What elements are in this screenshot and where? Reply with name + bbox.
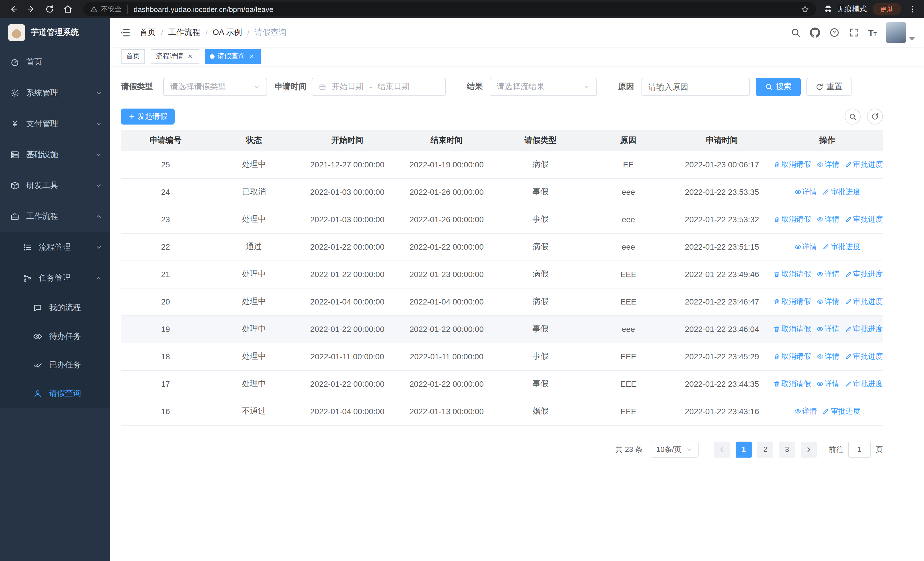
table-row[interactable]: 18 处理中 2022-01-11 00:00:00 2022-01-11 00… bbox=[121, 343, 883, 370]
approval-progress-link[interactable]: 审批进度 bbox=[845, 269, 883, 279]
table-row[interactable]: 25 处理中 2021-12-27 00:00:00 2022-01-19 00… bbox=[121, 151, 883, 178]
page-number-button[interactable]: 3 bbox=[779, 441, 795, 457]
table-row[interactable]: 19 处理中 2022-01-22 00:00:00 2022-01-22 00… bbox=[121, 315, 883, 343]
detail-link[interactable]: 详情 bbox=[817, 296, 840, 307]
create-leave-button[interactable]: 发起请假 bbox=[121, 108, 175, 125]
sidebar-item-todo-tasks[interactable]: 待办任务 bbox=[0, 322, 110, 351]
detail-link[interactable]: 详情 bbox=[794, 242, 817, 252]
detail-link[interactable]: 详情 bbox=[817, 379, 840, 389]
next-page-button[interactable] bbox=[801, 441, 817, 457]
browser-update-button[interactable]: 更新 bbox=[873, 3, 901, 15]
address-bar[interactable]: 不安全 dashboard.yudao.iocoder.cn/bpm/oa/le… bbox=[83, 2, 816, 16]
cell-leave-type: 病假 bbox=[496, 151, 584, 178]
approval-progress-link[interactable]: 审批进度 bbox=[845, 324, 883, 334]
trash-icon bbox=[773, 353, 780, 360]
user-avatar[interactable] bbox=[886, 22, 906, 43]
page-number-button[interactable]: 2 bbox=[758, 441, 773, 457]
table-row[interactable]: 20 处理中 2022-01-04 00:00:00 2022-01-04 00… bbox=[121, 288, 883, 315]
cancel-leave-link[interactable]: 取消请假 bbox=[773, 296, 811, 307]
approval-progress-link[interactable]: 审批进度 bbox=[845, 351, 883, 362]
sidebar-item-infrastructure[interactable]: 基础设施 bbox=[0, 139, 110, 170]
sidebar-item-payment[interactable]: 支付管理 bbox=[0, 108, 110, 139]
table-row[interactable]: 21 处理中 2022-01-22 00:00:00 2022-01-23 00… bbox=[121, 260, 883, 288]
refresh-table-button[interactable] bbox=[867, 108, 883, 125]
cancel-leave-link[interactable]: 取消请假 bbox=[773, 324, 811, 334]
table-row[interactable]: 23 处理中 2022-01-03 00:00:00 2022-01-26 00… bbox=[121, 206, 883, 233]
cancel-leave-link[interactable]: 取消请假 bbox=[773, 351, 811, 362]
sidebar-collapse-button[interactable] bbox=[119, 27, 131, 38]
sidebar-item-task-management[interactable]: 任务管理 bbox=[0, 263, 110, 294]
apply-time-range-picker[interactable]: 开始日期 - 结束日期 bbox=[312, 78, 446, 96]
branch-icon bbox=[23, 274, 32, 283]
browser-refresh-button[interactable] bbox=[42, 2, 57, 17]
breadcrumb-workflow[interactable]: 工作流程 bbox=[168, 27, 200, 38]
table-row[interactable]: 16 不通过 2022-01-04 00:00:00 2022-01-13 00… bbox=[121, 398, 883, 425]
browser-forward-button[interactable] bbox=[24, 2, 39, 17]
svg-text:?: ? bbox=[833, 30, 836, 35]
breadcrumb-oa-example[interactable]: OA 示例 bbox=[213, 27, 242, 38]
tab-process-detail[interactable]: 流程详情 × bbox=[151, 49, 199, 64]
user-menu[interactable] bbox=[886, 22, 915, 43]
detail-link[interactable]: 详情 bbox=[817, 159, 840, 170]
tab-leave-query[interactable]: 请假查询 × bbox=[205, 49, 261, 64]
browser-home-button[interactable] bbox=[60, 2, 75, 17]
detail-link[interactable]: 详情 bbox=[794, 187, 817, 197]
sidebar-item-workflow[interactable]: 工作流程 bbox=[0, 201, 110, 232]
detail-link[interactable]: 详情 bbox=[817, 351, 840, 362]
security-chip[interactable]: 不安全 bbox=[90, 4, 128, 14]
cancel-leave-link[interactable]: 取消请假 bbox=[773, 214, 811, 224]
fullscreen-button[interactable] bbox=[849, 27, 859, 38]
approval-progress-link[interactable]: 审批进度 bbox=[845, 379, 883, 389]
approval-progress-link[interactable]: 审批进度 bbox=[845, 296, 883, 307]
tab-home[interactable]: 首页 bbox=[121, 49, 145, 64]
cell-operations: 取消请假 详情 审批进度 bbox=[772, 206, 883, 233]
sidebar-item-devtools[interactable]: 研发工具 bbox=[0, 170, 110, 201]
bookmark-star-button[interactable] bbox=[801, 5, 809, 14]
reset-button[interactable]: 重置 bbox=[806, 78, 852, 96]
page-goto-input[interactable] bbox=[848, 441, 871, 457]
search-button[interactable]: 搜索 bbox=[756, 78, 801, 96]
browser-back-button[interactable] bbox=[6, 2, 21, 17]
cell-apply-time: 2022-01-22 23:53:35 bbox=[672, 178, 772, 206]
sidebar-item-leave-query[interactable]: 请假查询 bbox=[0, 379, 110, 408]
reason-input[interactable] bbox=[642, 78, 750, 96]
sidebar-item-system[interactable]: 系统管理 bbox=[0, 78, 110, 108]
font-size-button[interactable]: TT bbox=[868, 28, 877, 37]
breadcrumb-current: 请假查询 bbox=[255, 27, 286, 38]
browser-menu-button[interactable] bbox=[907, 5, 918, 14]
page-number-button[interactable]: 1 bbox=[736, 441, 752, 457]
table-row[interactable]: 17 处理中 2022-01-22 00:00:00 2022-01-22 00… bbox=[121, 370, 883, 398]
approval-progress-link[interactable]: 审批进度 bbox=[823, 187, 860, 197]
header-search-button[interactable] bbox=[791, 27, 801, 38]
cancel-leave-link[interactable]: 取消请假 bbox=[773, 269, 811, 279]
approval-progress-link[interactable]: 审批进度 bbox=[823, 406, 860, 417]
app-logo[interactable]: 芋道管理系统 bbox=[0, 18, 110, 47]
sidebar-item-home[interactable]: 首页 bbox=[0, 47, 110, 78]
help-button[interactable]: ? bbox=[830, 27, 840, 38]
tab-close-icon[interactable]: × bbox=[248, 52, 256, 60]
table-row[interactable]: 24 已取消 2022-01-03 00:00:00 2022-01-26 00… bbox=[121, 178, 883, 206]
toggle-search-button[interactable] bbox=[844, 108, 861, 125]
detail-link[interactable]: 详情 bbox=[817, 214, 840, 224]
detail-link[interactable]: 详情 bbox=[817, 269, 840, 279]
sidebar-item-done-tasks[interactable]: 已办任务 bbox=[0, 351, 110, 379]
page-size-select[interactable]: 10条/页 bbox=[651, 441, 699, 457]
detail-link[interactable]: 详情 bbox=[794, 406, 817, 417]
cancel-leave-link[interactable]: 取消请假 bbox=[773, 159, 811, 170]
approval-progress-link[interactable]: 审批进度 bbox=[823, 242, 860, 252]
approval-progress-link[interactable]: 审批进度 bbox=[845, 214, 883, 224]
cancel-leave-link[interactable]: 取消请假 bbox=[773, 379, 811, 389]
result-select[interactable]: 请选择流结果 bbox=[490, 78, 597, 96]
breadcrumb-home[interactable]: 首页 bbox=[140, 27, 156, 38]
sidebar-item-my-process[interactable]: 我的流程 bbox=[0, 294, 110, 322]
github-link-button[interactable] bbox=[810, 27, 820, 38]
incognito-label: 无痕模式 bbox=[837, 4, 867, 14]
approval-progress-link[interactable]: 审批进度 bbox=[845, 159, 883, 170]
sidebar-item-process-management[interactable]: 流程管理 bbox=[0, 232, 110, 263]
table-row[interactable]: 22 通过 2022-01-22 00:00:00 2022-01-22 00:… bbox=[121, 233, 883, 260]
detail-link[interactable]: 详情 bbox=[817, 324, 840, 334]
column-header: 申请编号 bbox=[121, 130, 210, 151]
tab-close-icon[interactable]: × bbox=[186, 52, 194, 60]
leave-type-select[interactable]: 请选择请假类型 bbox=[163, 78, 267, 96]
prev-page-button[interactable] bbox=[714, 441, 730, 457]
